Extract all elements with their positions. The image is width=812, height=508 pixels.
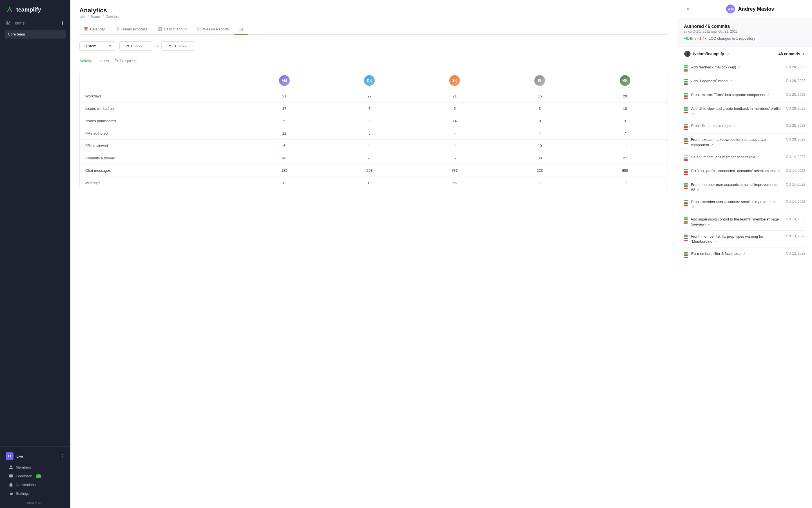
- value-cell: 56: [412, 177, 497, 189]
- commit-message[interactable]: Front: member user accounts: small ui im…: [691, 182, 781, 192]
- value-cell: 5: [327, 127, 412, 140]
- commit-external-link-icon[interactable]: ↗: [707, 223, 710, 226]
- tab-calendar[interactable]: 📅 Calendar: [79, 24, 110, 35]
- commit-message[interactable]: Front: member list: fix prop types warni…: [691, 234, 781, 244]
- table-row: Commits authored462053027: [80, 152, 668, 164]
- sidebar-nav-teams[interactable]: Teams: [0, 18, 71, 28]
- sub-tab-pull-requests[interactable]: Pull requests: [115, 58, 137, 65]
- tab-weekly-reports[interactable]: 📄 Weekly Reports: [192, 24, 233, 35]
- member-5-header[interactable]: MK: [582, 71, 668, 90]
- panel-stats: Authored 46 commits since Oct 1, 2022 un…: [677, 18, 812, 46]
- value-cell: 11: [497, 177, 582, 189]
- panel-avatar: AM: [726, 4, 735, 13]
- workspace-menu-icon[interactable]: ⋮: [60, 453, 65, 459]
- breadcrumb-team[interactable]: Core team: [105, 15, 121, 18]
- commit-message[interactable]: Add supervisors control to the team's "m…: [691, 217, 781, 227]
- sub-tab-issues[interactable]: Issues: [97, 58, 109, 65]
- close-button[interactable]: ×: [684, 5, 692, 13]
- tab-issues-progress[interactable]: 📋 Issues Progress: [111, 24, 152, 35]
- period-filter[interactable]: Custom ▼: [79, 41, 116, 51]
- commit-external-link-icon[interactable]: ↗: [730, 79, 732, 83]
- breadcrumb: Live / Teams / Core team: [79, 15, 668, 18]
- tab-daily-standup[interactable]: 🔄 Daily Standup: [153, 24, 191, 35]
- commit-message[interactable]: Fix `test_profile_connected_accounts` se…: [691, 168, 780, 173]
- commit-external-link-icon[interactable]: ↗: [777, 169, 780, 173]
- commit-message[interactable]: Add UI to view and create feedback in me…: [691, 106, 781, 116]
- sidebar-members-link[interactable]: Members: [0, 463, 71, 472]
- commit-external-link-icon[interactable]: ↗: [767, 93, 769, 96]
- repo-external-link-icon[interactable]: ↗: [727, 52, 730, 56]
- commit-date: Oct 13, 2022: [786, 217, 805, 221]
- daily-standup-tab-label: Daily Standup: [164, 27, 187, 31]
- commit-external-link-icon[interactable]: ↗: [743, 252, 745, 255]
- commit-bar-visual: [684, 234, 688, 241]
- value-cell: 12: [242, 127, 327, 140]
- value-cell: 27: [582, 152, 668, 164]
- commit-message[interactable]: Front: extract `Tabs` into separate comp…: [691, 92, 769, 97]
- table-row: PRs authored125047: [80, 127, 668, 140]
- sidebar-notifications-link[interactable]: Notifications: [0, 480, 71, 489]
- team-name[interactable]: Core team: [4, 30, 66, 39]
- commit-message[interactable]: Front: member user accounts: small ui im…: [691, 199, 781, 210]
- metric-header: [80, 71, 242, 90]
- commit-message[interactable]: Selenium test: edit member access role ↗: [691, 155, 759, 160]
- build-info: Build #5555: [0, 498, 71, 508]
- commit-message[interactable]: Front: fix paths uid regex ↗: [691, 123, 736, 128]
- value-cell: 223: [497, 164, 582, 177]
- commit-item: Fix members filter & facet tests ↗ Oct 1…: [684, 248, 805, 261]
- value-cell: 30: [497, 152, 582, 164]
- commit-external-link-icon[interactable]: ↗: [757, 156, 759, 159]
- date-to-input[interactable]: Oct 31, 2022: [161, 41, 195, 51]
- date-from-input[interactable]: Oct 1, 2022: [119, 41, 153, 51]
- member-2-header[interactable]: DK: [327, 71, 412, 90]
- commit-message[interactable]: Front: extract markdown editor into a se…: [691, 137, 781, 147]
- sidebar-feedback-link[interactable]: Feedback 3: [0, 472, 71, 480]
- commit-external-link-icon[interactable]: ↗: [733, 124, 736, 128]
- member-1-header[interactable]: AM: [242, 71, 327, 90]
- value-cell: 7: [327, 102, 412, 115]
- main-area: Analytics Live / Teams / Core team 📅 Cal…: [71, 0, 677, 508]
- date-to-value: Oct 31, 2022: [166, 44, 186, 48]
- commit-item: Add UI to view and create feedback in me…: [684, 103, 805, 120]
- commit-bar-visual: [684, 137, 688, 144]
- sidebar-team-item[interactable]: Core team: [0, 28, 71, 40]
- commit-external-link-icon[interactable]: ↗: [715, 240, 718, 243]
- feedback-label: Feedback: [16, 474, 32, 478]
- commit-external-link-icon[interactable]: ↗: [692, 205, 694, 209]
- member-3-header[interactable]: SK: [412, 71, 497, 90]
- commit-external-link-icon[interactable]: ↗: [696, 188, 699, 192]
- value-cell: 10: [497, 140, 582, 152]
- repo-name[interactable]: ivelum/teamplify: [693, 51, 724, 56]
- breadcrumb-live[interactable]: Live: [79, 15, 86, 18]
- commit-message[interactable]: Add feedback mailbox (wip) ↗: [691, 65, 740, 70]
- commit-message[interactable]: Add `Feedback` model ↗: [691, 79, 732, 84]
- panel-header: × AM Andrey Maslov: [677, 0, 812, 18]
- chevron-up-icon[interactable]: ▲: [802, 52, 805, 56]
- commit-left: Front: member list: fix prop types warni…: [684, 234, 781, 244]
- commit-message[interactable]: Fix members filter & facet tests ↗: [691, 251, 745, 256]
- commit-bar-visual: [684, 79, 688, 85]
- commit-bar-visual: [684, 182, 688, 189]
- commit-external-link-icon[interactable]: ↗: [691, 112, 694, 116]
- sidebar-logo: teamplify: [0, 0, 71, 18]
- commit-external-link-icon[interactable]: ↗: [738, 66, 740, 69]
- member-4-header[interactable]: IG: [497, 71, 582, 90]
- metric-cell: Workdays: [80, 90, 242, 102]
- commit-left: Add UI to view and create feedback in me…: [684, 106, 781, 116]
- commit-date: Oct 28, 2022: [786, 107, 805, 111]
- value-cell: 17: [582, 177, 668, 189]
- value-cell: 4: [497, 127, 582, 140]
- workspace-item[interactable]: LI Live ⋮: [0, 450, 71, 463]
- tab-analytics[interactable]: 📊: [234, 24, 248, 35]
- commits-title: Authored 46 commits: [684, 24, 805, 29]
- commits-subtitle: since Oct 1, 2022 until Oct 31, 2022: [684, 30, 805, 34]
- commit-item: Add supervisors control to the team's "m…: [684, 213, 805, 230]
- sub-tab-activity[interactable]: Activity: [79, 58, 92, 65]
- commit-external-link-icon[interactable]: ↗: [711, 143, 713, 147]
- feedback-icon: [9, 474, 13, 478]
- sidebar-settings-link[interactable]: Settings: [0, 489, 71, 498]
- value-cell: 737: [412, 164, 497, 177]
- metric-cell: Meetings: [80, 177, 242, 189]
- add-team-icon[interactable]: [60, 21, 65, 25]
- breadcrumb-teams[interactable]: Teams: [91, 15, 100, 18]
